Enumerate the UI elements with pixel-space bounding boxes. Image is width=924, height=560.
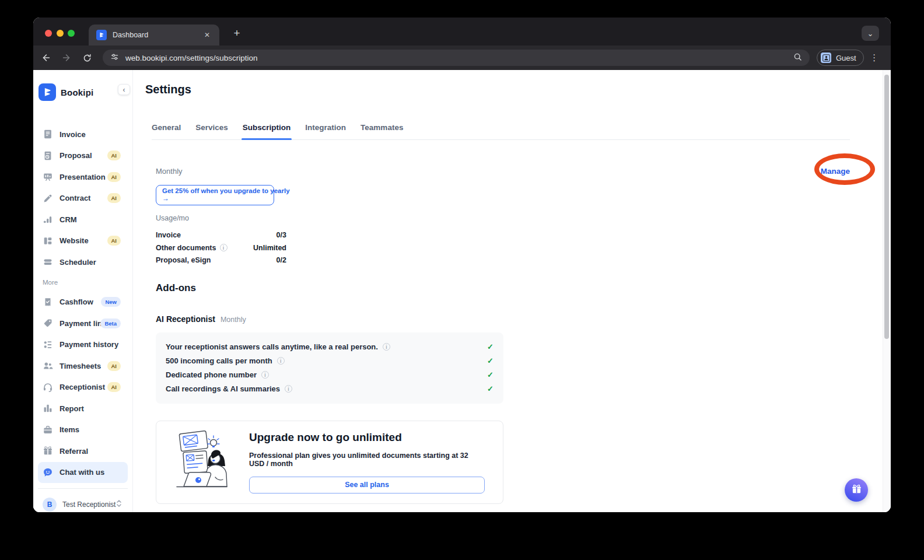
check-icon: ✓ xyxy=(487,370,494,379)
items-icon xyxy=(43,425,53,435)
browser-tab-dashboard[interactable]: Dashboard ✕ xyxy=(89,24,219,46)
forward-icon[interactable] xyxy=(58,50,75,66)
usage-value: 0/3 xyxy=(276,231,286,239)
ai-badge: AI xyxy=(107,382,121,392)
sidebar-item-referral[interactable]: Referral xyxy=(38,440,128,462)
tab-subscription[interactable]: Subscription xyxy=(243,123,291,139)
sidebar-collapse-button[interactable]: ‹ xyxy=(118,84,130,95)
upgrade-illustration xyxy=(166,427,237,497)
sidebar-item-website[interactable]: Website AI xyxy=(38,230,128,252)
scrollbar[interactable] xyxy=(883,70,891,512)
page-title: Settings xyxy=(145,83,850,96)
usage-label: Proposal, eSign xyxy=(156,256,211,264)
sidebar-item-payment-history[interactable]: Payment history xyxy=(38,334,128,356)
gift-icon xyxy=(851,484,862,497)
browser-tabstrip: Dashboard ✕ + ⌄ xyxy=(33,18,891,46)
report-icon xyxy=(43,403,53,414)
settings-page: Settings General Services Subscription I… xyxy=(133,70,883,512)
sidebar-item-invoice[interactable]: Invoice xyxy=(38,124,128,145)
info-icon[interactable]: i xyxy=(285,385,292,393)
tab-integration[interactable]: Integration xyxy=(305,123,346,139)
sidebar-item-label: Payment link xyxy=(60,319,106,328)
info-icon[interactable]: i xyxy=(383,343,390,351)
sidebar-item-items[interactable]: Items xyxy=(38,419,128,441)
tab-general[interactable]: General xyxy=(152,123,181,139)
tab-close-icon[interactable]: ✕ xyxy=(202,30,212,40)
sidebar-item-label: Presentation xyxy=(60,173,106,181)
search-icon[interactable] xyxy=(793,52,803,64)
account-switcher[interactable]: B Test Receptionist xyxy=(38,494,128,512)
feature-row: Dedicated phone numberi ✓ xyxy=(166,368,494,382)
sidebar-item-timesheets[interactable]: Timesheets AI xyxy=(38,355,128,377)
sidebar-item-label: Cashflow xyxy=(60,298,93,306)
sidebar-divider xyxy=(38,488,128,489)
profile-button[interactable]: Guest xyxy=(817,50,864,66)
sidebar-item-label: Chat with us xyxy=(60,468,104,477)
sidebar-item-label: Website xyxy=(60,236,89,245)
feature-text: Your receptionist answers calls anytime,… xyxy=(166,342,378,351)
sidebar-item-report[interactable]: Report xyxy=(38,398,128,419)
usage-title: Usage/mo xyxy=(156,214,850,222)
bookipi-logo-icon[interactable] xyxy=(38,83,56,101)
back-icon[interactable] xyxy=(38,50,54,66)
browser-toolbar: web.bookipi.com/settings/subscription Gu… xyxy=(33,46,891,70)
sidebar-item-label: Payment history xyxy=(60,340,118,349)
reload-icon[interactable] xyxy=(79,50,95,66)
tab-title: Dashboard xyxy=(113,31,202,39)
tab-teammates[interactable]: Teammates xyxy=(360,123,403,139)
sidebar-item-crm[interactable]: CRM xyxy=(38,209,128,230)
usage-label: Other documents xyxy=(156,244,216,252)
sidebar-item-label: Timesheets xyxy=(60,362,101,370)
sidebar-item-chat-with-us[interactable]: Chat with us xyxy=(38,462,128,484)
bookipi-favicon xyxy=(96,30,107,40)
sidebar-item-presentation[interactable]: Presentation AI xyxy=(38,166,128,188)
yearly-upgrade-promo-button[interactable]: Get 25% off when you upgrade to yearly → xyxy=(156,185,274,205)
info-icon[interactable]: i xyxy=(277,357,285,365)
info-icon[interactable]: i xyxy=(261,371,269,379)
website-icon xyxy=(43,236,53,246)
scheduler-icon xyxy=(43,257,53,267)
site-settings-icon[interactable] xyxy=(110,52,120,64)
sidebar-item-proposal[interactable]: Proposal AI xyxy=(38,145,128,167)
upgrade-title: Upgrade now to go unlimited xyxy=(249,431,485,444)
ai-badge: AI xyxy=(107,150,121,160)
account-chevrons-icon xyxy=(116,499,122,510)
ai-badge: AI xyxy=(107,193,121,203)
referral-gift-icon xyxy=(43,446,53,456)
usage-row-invoice: Invoice 0/3 xyxy=(156,229,286,242)
url-text[interactable]: web.bookipi.com/settings/subscription xyxy=(125,54,793,62)
sidebar-item-contract[interactable]: Contract AI xyxy=(38,188,128,209)
see-all-plans-button[interactable]: See all plans xyxy=(249,477,485,494)
manage-link[interactable]: Manage xyxy=(821,167,850,176)
new-tab-button[interactable]: + xyxy=(229,26,244,41)
brand-row: Bookipi ‹ xyxy=(33,70,132,106)
info-icon[interactable]: i xyxy=(220,244,228,251)
tab-search-chevron-button[interactable]: ⌄ xyxy=(862,26,879,41)
scrollbar-thumb[interactable] xyxy=(884,75,889,339)
sidebar-item-scheduler[interactable]: Scheduler xyxy=(38,251,128,273)
user-name: Test Receptionist xyxy=(62,501,116,509)
tab-services[interactable]: Services xyxy=(195,123,228,139)
check-icon: ✓ xyxy=(487,384,494,393)
rewards-gift-button[interactable] xyxy=(845,478,868,502)
sidebar-item-receptionist[interactable]: Receptionist AI xyxy=(38,377,128,398)
browser-window: Dashboard ✕ + ⌄ web.bookipi.com/settings… xyxy=(33,18,891,512)
window-close-button[interactable] xyxy=(45,30,52,37)
upgrade-subtitle: Professional plan gives you unlimited do… xyxy=(249,452,485,468)
window-minimize-button[interactable] xyxy=(57,30,64,37)
usage-table: Invoice 0/3 Other documents i Unlimited … xyxy=(156,229,286,267)
timesheets-icon xyxy=(43,360,53,371)
receptionist-icon xyxy=(43,382,53,393)
user-avatar: B xyxy=(43,498,57,512)
feature-row: Call recordings & AI summariesi ✓ xyxy=(166,382,494,396)
crm-icon xyxy=(43,214,53,225)
sidebar-item-label: Items xyxy=(60,425,79,434)
sidebar-item-label: Invoice xyxy=(60,130,86,139)
sidebar-item-payment-link[interactable]: Payment link Beta xyxy=(38,313,128,334)
sidebar-item-cashflow[interactable]: Cashflow New xyxy=(38,292,128,313)
profile-label: Guest xyxy=(836,54,856,62)
browser-menu-icon[interactable]: ⋮ xyxy=(869,52,880,63)
url-bar[interactable]: web.bookipi.com/settings/subscription xyxy=(103,50,810,66)
sidebar-item-label: Contract xyxy=(60,194,90,202)
window-zoom-button[interactable] xyxy=(68,30,75,37)
